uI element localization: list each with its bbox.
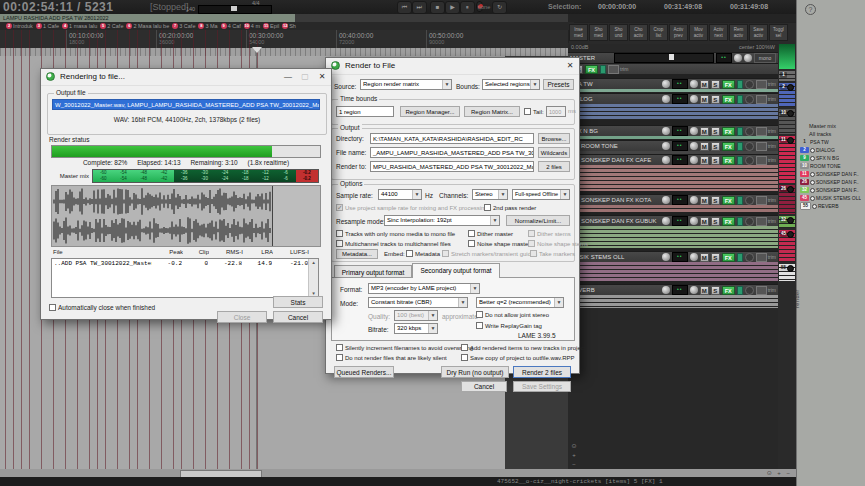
route-button[interactable]: •• — [672, 155, 688, 165]
dither-master-checkbox[interactable] — [468, 230, 475, 237]
increment-filenames-checkbox[interactable] — [336, 344, 343, 351]
track-row-reverb[interactable]: REVERB••MSFXtrim — [568, 284, 778, 295]
trim-control[interactable]: trim — [756, 217, 776, 226]
track-row-musik-stems-oll[interactable]: MUSIK STEMS OLL••MSFXtrim — [568, 251, 778, 262]
fx-button[interactable]: FX — [722, 196, 735, 205]
close-icon[interactable]: ✕ — [563, 60, 577, 72]
mono-tracks-checkbox[interactable] — [336, 230, 343, 237]
route-button[interactable]: •• — [672, 285, 688, 295]
volume-knob[interactable] — [662, 253, 670, 261]
fx-chain-button[interactable] — [737, 95, 743, 104]
scroll-up-icon[interactable]: ▲ — [309, 260, 318, 265]
toolbar-button-mov-activ[interactable]: Movactiv — [689, 24, 708, 41]
file-table-column-header[interactable]: LUFS-I — [273, 249, 309, 258]
close-icon[interactable]: ✕ — [315, 71, 329, 83]
next-button[interactable]: ⏭ — [412, 1, 427, 14]
track-row-sfx-n-bg[interactable]: SFX N BG••MSFXtrim — [568, 125, 778, 136]
selection-start[interactable]: 00:00:00:00 — [598, 3, 636, 10]
pan-knob[interactable] — [690, 95, 698, 103]
playrate-slider[interactable] — [198, 5, 272, 14]
region-manager-button[interactable]: Region Manager... — [400, 106, 460, 117]
pan-knob[interactable] — [690, 196, 698, 204]
volume-knob[interactable] — [662, 286, 670, 294]
record-arm-icon[interactable] — [787, 186, 794, 193]
selection-end[interactable]: 00:31:49:08 — [664, 3, 702, 10]
timeline-marker[interactable]: 52 Cafe — [100, 23, 123, 29]
volume-knob[interactable] — [662, 142, 670, 150]
solo-button[interactable]: S — [711, 156, 720, 165]
trim-control[interactable]: trim — [756, 127, 776, 136]
file-table-scrollbar[interactable]: ▲▼ — [308, 259, 318, 297]
joint-stereo-checkbox[interactable] — [476, 311, 483, 318]
fx-button[interactable]: FX — [722, 217, 735, 226]
rate-label[interactable]: none — [478, 4, 490, 10]
meter-peak-cell[interactable]: -0.2-0.2 — [296, 170, 318, 182]
track-name[interactable]: SFX N BG — [570, 128, 660, 134]
toolbar-button-save-activ[interactable]: Saveactiv — [749, 24, 768, 41]
envelope-button[interactable] — [745, 95, 754, 104]
tab-secondary-format[interactable]: Secondary output format — [412, 263, 500, 278]
matrix-row-sfx-n-bg[interactable]: 9SFX N BG — [799, 154, 865, 162]
matrix-all-tracks[interactable]: All tracks — [799, 130, 865, 138]
pan-knob[interactable] — [690, 80, 698, 88]
master-trim-control[interactable]: trim — [608, 65, 628, 74]
channels-combo[interactable]: Stereo▼ — [472, 189, 508, 200]
directory-field[interactable]: K:\TAMAN_KATA_KATA\RASHIDA\RASHIDA_EDIT_… — [370, 133, 534, 144]
master-width-knob[interactable] — [744, 54, 752, 62]
record-arm-icon[interactable] — [812, 204, 817, 209]
file-table-column-header[interactable]: Clip — [183, 249, 209, 258]
route-button[interactable]: •• — [672, 94, 688, 104]
mixer-strip-55[interactable]: 55 — [779, 264, 795, 281]
track-row-sonskep-dan-fx-kota[interactable]: SONSKEP DAN FX KOTA••MSFXtrim — [568, 194, 778, 205]
toolbar-button-inse-med[interactable]: Insemed — [569, 24, 588, 41]
tail-checkbox[interactable] — [524, 108, 531, 115]
minimize-icon[interactable]: — — [281, 71, 295, 83]
record-arm-icon[interactable] — [787, 110, 794, 117]
solo-button[interactable]: S — [711, 196, 720, 205]
route-button[interactable]: •• — [672, 79, 688, 89]
horizontal-scrollbar[interactable]: ⊙ + − — [0, 469, 796, 477]
track-row-sonskep-dan-fx-cafe[interactable]: SONSKEP DAN FX CAFE••MSFXtrim — [568, 154, 778, 165]
fx-chain-button[interactable] — [737, 142, 743, 151]
record-arm-icon[interactable] — [810, 156, 815, 161]
mute-button[interactable]: M — [700, 286, 709, 295]
matrix-row-sonskep-dan-f-[interactable]: 26SONSKEP DAN F.. — [799, 178, 865, 186]
fx-button[interactable]: FX — [722, 253, 735, 262]
matrix-row-room-tone[interactable]: 10ROOM TONE — [799, 162, 865, 170]
region-segment[interactable]: LAMPU RASHIDA ADD PSA TW 28012022 — [0, 14, 295, 22]
volume-knob[interactable] — [662, 80, 670, 88]
selection-length[interactable]: 00:31:49:08 — [730, 3, 768, 10]
route-button[interactable]: •• — [672, 195, 688, 205]
track-name[interactable]: ROOM TONE — [581, 143, 660, 149]
add-items-checkbox[interactable] — [461, 344, 468, 351]
route-button[interactable]: •• — [672, 126, 688, 136]
source-combo[interactable]: Region render matrix▼ — [360, 79, 452, 90]
fx-chain-button[interactable] — [737, 286, 743, 295]
silent-files-checkbox[interactable] — [336, 354, 343, 361]
record-arm-icon[interactable] — [810, 188, 815, 193]
noise-shape-stems-checkbox[interactable] — [528, 240, 535, 247]
toolbar-button-rem-activ[interactable]: Remactiv — [729, 24, 748, 41]
master-route-button[interactable]: •• — [716, 53, 732, 63]
matrix-row-reverb[interactable]: 55REVERB — [799, 202, 865, 210]
prev-button[interactable]: ⏮ — [397, 1, 412, 14]
track-row-psa-tw[interactable]: PSA TW••MSFXtrim — [568, 78, 778, 89]
envelope-button[interactable] — [745, 127, 754, 136]
toolbar-button-activ-next[interactable]: Activnext — [709, 24, 728, 41]
normalize-limit-button[interactable]: Normalize/Limit... — [506, 215, 570, 226]
solo-button[interactable]: S — [711, 253, 720, 262]
bitrate-combo[interactable]: 320 kbps▼ — [394, 323, 438, 334]
matrix-row-dialog[interactable]: 2DIALOG — [799, 146, 865, 154]
trim-control[interactable]: trim — [756, 253, 776, 262]
record-arm-icon[interactable] — [810, 148, 815, 153]
master-pan-knob[interactable] — [734, 54, 742, 62]
cancel-button[interactable]: Cancel — [461, 381, 507, 392]
mute-button[interactable]: M — [700, 127, 709, 136]
timeline-marker[interactable]: 12Sh — [282, 23, 296, 29]
mute-button[interactable]: M — [700, 156, 709, 165]
help-icon[interactable]: ? — [805, 4, 816, 15]
tempo-value[interactable]: 140 — [186, 6, 195, 12]
timeline-marker[interactable]: 31 Cafe — [36, 23, 59, 29]
trim-control[interactable]: trim — [756, 142, 776, 151]
solo-button[interactable]: S — [711, 286, 720, 295]
